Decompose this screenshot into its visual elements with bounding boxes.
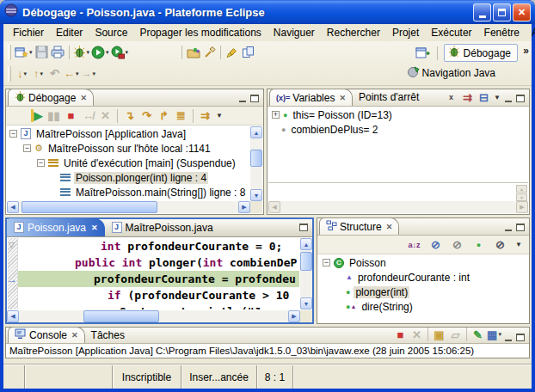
step-over-button[interactable]: ↷: [138, 107, 155, 125]
view-menu-button[interactable]: ▼: [214, 107, 224, 125]
maximize-view-button[interactable]: [516, 95, 525, 102]
collapse-expander-icon[interactable]: −: [37, 159, 45, 167]
menu-fen-tre[interactable]: Fenêtre: [478, 25, 526, 40]
scrollbar-thumb[interactable]: [300, 252, 312, 271]
tree-row[interactable]: − ⚙ MaîtrePoisson sur l'hôte local :1141: [7, 141, 250, 156]
scroll-left-icon[interactable]: ◀: [7, 310, 19, 322]
minimize-view-button[interactable]: [504, 95, 513, 102]
close-icon[interactable]: ✕: [386, 223, 393, 231]
expand-expander-icon[interactable]: +: [272, 111, 280, 119]
maximize-editor-button[interactable]: [299, 224, 308, 231]
perspective-java-button[interactable]: Navigation Java: [407, 65, 495, 81]
back-button[interactable]: ←▾: [63, 65, 80, 83]
code-line[interactable]: System.out.println("Je: [18, 303, 299, 309]
collapse-all-button[interactable]: ⊟: [476, 89, 492, 106]
pin-console-button[interactable]: ✎: [470, 326, 486, 343]
scroll-lock-button[interactable]: ▣: [431, 326, 447, 343]
perspective-debug-button[interactable]: Débogage: [444, 44, 518, 62]
mark-occurrences-button[interactable]: [224, 44, 240, 61]
collapse-expander-icon[interactable]: −: [23, 144, 31, 152]
scrollbar-thumb[interactable]: [22, 201, 157, 213]
run-launch-button[interactable]: ▾: [90, 44, 110, 61]
open-console-button[interactable]: ▦▾: [486, 326, 502, 343]
tree-row[interactable]: ● ▲ dire(String): [318, 299, 528, 314]
tree-row-selected[interactable]: ● plonger(int): [318, 285, 528, 299]
scroll-down-icon[interactable]: ▼: [516, 193, 527, 201]
detail-scrollbar[interactable]: ▲ ▼: [516, 185, 527, 201]
collapse-expander-icon[interactable]: −: [323, 259, 330, 266]
collapse-expander-icon[interactable]: −: [9, 130, 17, 138]
code-line-current[interactable]: profondeurCourante = profondeu: [18, 271, 299, 287]
sort-button[interactable]: a↓z: [406, 236, 422, 254]
close-icon[interactable]: ✕: [80, 94, 87, 102]
vertical-scrollbar[interactable]: ▲ ▼: [300, 238, 312, 309]
maximize-view-button[interactable]: [250, 95, 259, 102]
resume-button[interactable]: ▶: [28, 107, 45, 125]
horizontal-scrollbar[interactable]: ◀ ▶: [7, 201, 250, 213]
title-bar[interactable]: Débogage - Poisson.java - Plateforme Ecl…: [0, 0, 535, 24]
tree-row[interactable]: ● combienDePlus= 2: [268, 122, 528, 137]
show-type-names-button[interactable]: x: [443, 89, 459, 106]
minimize-view-button[interactable]: [504, 224, 513, 231]
menu-fichier[interactable]: Fichier: [7, 25, 50, 40]
hide-local-types-button[interactable]: ⊘: [492, 236, 508, 254]
tab-variables[interactable]: (x)= Variables ✕: [269, 89, 353, 106]
close-icon[interactable]: ✕: [91, 224, 98, 232]
close-icon[interactable]: ✕: [71, 331, 78, 340]
code-line[interactable]: int profondeurCourante = 0;: [18, 238, 299, 254]
tab-tasks[interactable]: Tâches: [85, 327, 131, 343]
code-area[interactable]: int profondeurCourante = 0;public int pl…: [18, 238, 299, 309]
menu-source[interactable]: Source: [89, 25, 133, 40]
tree-row[interactable]: − C Poisson: [318, 255, 528, 270]
scroll-right-icon[interactable]: ▶: [288, 310, 300, 322]
step-into-button[interactable]: ↴: [121, 107, 138, 125]
view-menu-button[interactable]: ▼: [492, 89, 502, 106]
menu-ex-cuter[interactable]: Exécuter: [425, 25, 477, 40]
horizontal-scrollbar[interactable]: ◀ ▶: [268, 201, 528, 213]
drop-to-frame-button[interactable]: ⇉: [197, 107, 213, 125]
horizontal-scrollbar[interactable]: ◀ ▶: [7, 310, 300, 322]
terminate-button[interactable]: ■: [392, 326, 409, 343]
tab-console[interactable]: Console ✕: [8, 327, 85, 343]
scroll-left-icon[interactable]: ◀: [7, 201, 19, 213]
tab-maitrepoisson-java[interactable]: J MaîtrePoisson.java: [105, 218, 220, 236]
scroll-down-icon[interactable]: ▼: [250, 189, 262, 201]
new-wizard-button[interactable]: ▾: [14, 44, 34, 61]
tree-row[interactable]: − Unité d'exécution [main] (Suspendue): [7, 156, 250, 170]
code-line[interactable]: if (profondeurCourante > 10: [18, 287, 299, 303]
tab-breakpoints[interactable]: Points d'arrêt: [353, 89, 425, 106]
hide-static-button[interactable]: ⊘: [449, 236, 465, 254]
scroll-down-icon[interactable]: ▼: [300, 297, 312, 309]
menu-naviguer[interactable]: Naviguer: [268, 25, 321, 40]
tab-poisson-java[interactable]: J Poisson.java ✕: [7, 218, 105, 236]
external-tools-button[interactable]: ▾: [110, 44, 130, 61]
scrollbar-thumb[interactable]: [250, 150, 262, 167]
copy-docs-button[interactable]: [240, 44, 256, 61]
minimize-view-button[interactable]: [504, 334, 513, 341]
tree-row-selected[interactable]: Poisson.plonger(int) ligne : 4: [7, 170, 250, 185]
menu-editer[interactable]: Editer: [50, 25, 89, 40]
vertical-scrollbar[interactable]: ▲ ▼: [250, 126, 262, 201]
scroll-up-icon[interactable]: ▲: [516, 185, 527, 193]
clear-console-button[interactable]: ▱: [447, 326, 464, 343]
scroll-up-icon[interactable]: ▲: [300, 238, 312, 250]
scrollbar-thumb[interactable]: [83, 310, 159, 322]
step-filters-button[interactable]: ≣: [173, 107, 189, 125]
maximize-button[interactable]: [493, 3, 511, 21]
search-button[interactable]: [201, 44, 218, 61]
show-logical-structure-button[interactable]: ⇉: [459, 89, 476, 106]
menu-aide[interactable]: Aide: [526, 25, 535, 40]
next-annotation-button[interactable]: ↓▾: [14, 65, 30, 83]
tree-row[interactable]: + ● this= Poisson (ID=13): [268, 107, 528, 122]
console-output[interactable]: MaîtrePoisson [Application Java] C:\Prog…: [6, 344, 529, 358]
previous-annotation-button[interactable]: ↑▾: [30, 65, 46, 83]
minimize-button[interactable]: [473, 3, 491, 21]
print-button[interactable]: [50, 44, 66, 61]
step-return-button[interactable]: ↱: [156, 107, 172, 125]
open-perspective-button[interactable]: [415, 45, 431, 62]
debug-launch-button[interactable]: ▾: [72, 44, 91, 61]
minimize-view-button[interactable]: [238, 95, 247, 102]
close-icon[interactable]: ✕: [339, 94, 346, 102]
maximize-view-button[interactable]: [516, 224, 525, 231]
menu-projet[interactable]: Projet: [386, 25, 425, 40]
